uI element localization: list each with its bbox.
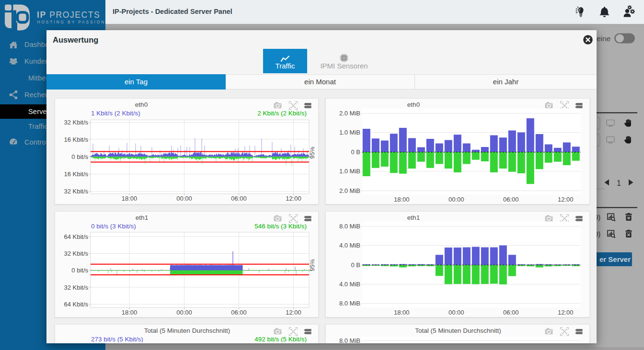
svg-text:2.0 MiB: 2.0 MiB <box>339 110 360 117</box>
svg-text:0 bit/s: 0 bit/s <box>71 267 88 274</box>
svg-text:00:00: 00:00 <box>176 195 192 202</box>
svg-text:8.0 MiB: 8.0 MiB <box>339 337 360 344</box>
svg-text:18:00: 18:00 <box>394 309 410 316</box>
svg-text:1: 1 <box>617 179 621 188</box>
svg-text:95%: 95% <box>309 147 316 158</box>
svg-text:18:00: 18:00 <box>122 195 138 202</box>
svg-text:eine: eine <box>597 34 610 43</box>
svg-text:4.0 MiB: 4.0 MiB <box>339 242 360 249</box>
svg-text:Total (5 Minuten Durchschnitt): Total (5 Minuten Durchschnitt) <box>415 327 501 334</box>
svg-text:eth1: eth1 <box>136 214 148 221</box>
svg-text:0 B: 0 B <box>351 148 360 156</box>
svg-text:00:00: 00:00 <box>176 309 192 316</box>
svg-text:HOSTING BY PASSION: HOSTING BY PASSION <box>37 20 106 24</box>
svg-text:06:00: 06:00 <box>503 309 519 316</box>
svg-text:eth0: eth0 <box>135 101 148 108</box>
svg-text:1 Kbit/s (2 Kbit/s): 1 Kbit/s (2 Kbit/s) <box>91 110 140 117</box>
svg-text:273 bit/s (5 Kbit/s): 273 bit/s (5 Kbit/s) <box>91 336 143 343</box>
svg-text:06:00: 06:00 <box>231 309 247 316</box>
svg-text:16 Kbit/s: 16 Kbit/s <box>64 170 88 178</box>
svg-text:95%: 95% <box>309 259 316 271</box>
svg-text:18:00: 18:00 <box>394 196 410 203</box>
svg-text:64 Kbit/s: 64 Kbit/s <box>64 301 88 308</box>
svg-text:0 bit/s (3 Kbit/s): 0 bit/s (3 Kbit/s) <box>91 223 136 230</box>
svg-text:12:00: 12:00 <box>558 196 574 203</box>
svg-text:00:00: 00:00 <box>448 196 464 203</box>
svg-text:16 Kbit/s: 16 Kbit/s <box>64 136 88 143</box>
svg-text:32 Kbit/s: 32 Kbit/s <box>64 250 88 257</box>
svg-text:18:00: 18:00 <box>122 309 138 316</box>
svg-text:8.0 MiB: 8.0 MiB <box>339 223 360 230</box>
svg-text:2.0 MiB: 2.0 MiB <box>339 187 360 194</box>
svg-text:06:00: 06:00 <box>503 196 519 203</box>
svg-text:2 Kbit/s (2 Kbit/s): 2 Kbit/s (2 Kbit/s) <box>257 110 307 117</box>
svg-text:06:00: 06:00 <box>231 195 247 202</box>
svg-text:eth1: eth1 <box>407 214 420 221</box>
svg-text:32 Kbit/s: 32 Kbit/s <box>64 188 88 195</box>
svg-text:er Server: er Server <box>599 255 631 263</box>
svg-text:00:00: 00:00 <box>448 309 464 316</box>
svg-text:1.0 MiB: 1.0 MiB <box>339 168 360 175</box>
svg-text:IP PROJECTS: IP PROJECTS <box>37 10 100 20</box>
svg-text:0 B: 0 B <box>351 261 360 269</box>
svg-text:eth0: eth0 <box>407 101 420 108</box>
svg-text:12:00: 12:00 <box>558 309 574 316</box>
svg-text:546 bit/s (3 Kbit/s): 546 bit/s (3 Kbit/s) <box>254 223 307 230</box>
svg-text:12:00: 12:00 <box>286 309 301 316</box>
svg-text:8.0 MiB: 8.0 MiB <box>339 300 360 307</box>
svg-text:64 Kbit/s: 64 Kbit/s <box>64 233 88 240</box>
svg-text:12:00: 12:00 <box>286 195 301 202</box>
svg-text:1.0 MiB: 1.0 MiB <box>339 129 360 136</box>
svg-text:32 Kbit/s: 32 Kbit/s <box>64 119 88 126</box>
svg-text:Kunden: Kunden <box>24 57 49 65</box>
svg-text:4.0 MiB: 4.0 MiB <box>339 281 360 288</box>
svg-text:Total (5 Minuten Durchschnitt): Total (5 Minuten Durchschnitt) <box>144 327 230 334</box>
svg-text:32 Kbit/s: 32 Kbit/s <box>64 284 88 291</box>
svg-text:0 bit/s: 0 bit/s <box>71 153 88 160</box>
svg-text:Traffic: Traffic <box>28 123 48 130</box>
svg-text:492 bit/s (5 Kbit/s): 492 bit/s (5 Kbit/s) <box>254 336 307 343</box>
